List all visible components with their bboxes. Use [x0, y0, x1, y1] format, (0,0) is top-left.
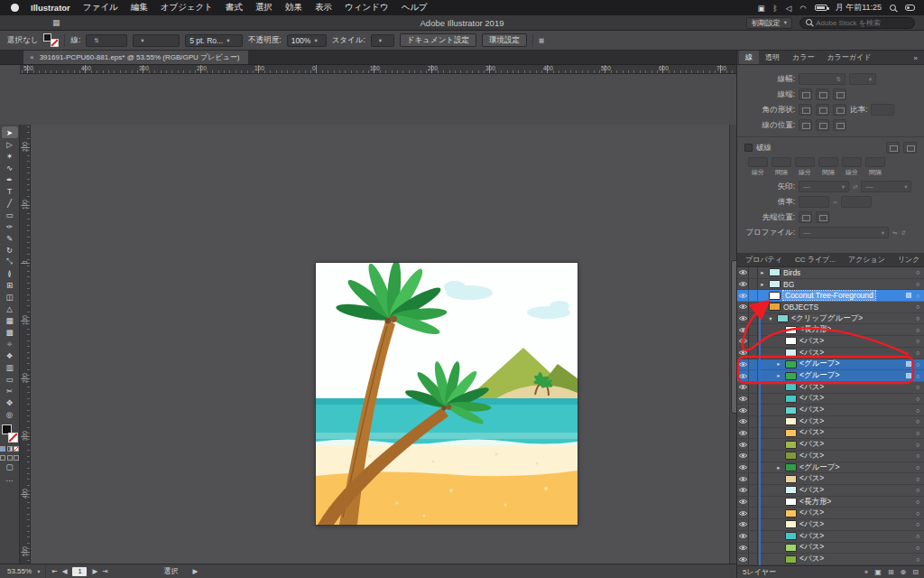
spotlight-icon[interactable] — [890, 5, 897, 12]
paintbrush-tool[interactable]: ✑ — [2, 220, 18, 232]
menu-item-4[interactable]: 書式 — [219, 2, 249, 14]
layer-row[interactable]: <パス>○ — [737, 485, 924, 497]
target-circle-icon[interactable]: ○ — [911, 418, 924, 424]
menu-item-0[interactable]: Illustrator — [24, 3, 77, 13]
wifi-icon[interactable]: ◠ — [799, 4, 806, 13]
target-circle-icon[interactable]: ○ — [911, 373, 924, 379]
layer-row[interactable]: Coconut Tree-Foreground○ — [737, 290, 924, 302]
stroke-weight-stepper[interactable]: ⇅ — [799, 73, 845, 85]
stroke-tab-0[interactable]: 線 — [739, 50, 759, 64]
vertical-ruler[interactable]: 2001000100200300400500 — [20, 125, 31, 564]
lock-toggle[interactable] — [749, 267, 758, 278]
link-scale-icon[interactable]: ∞ — [833, 199, 837, 205]
disclosure-down-icon[interactable]: ▾ — [767, 315, 774, 322]
disclosure-right-icon[interactable]: ▸ — [775, 464, 782, 471]
visibility-eye-icon[interactable] — [737, 473, 749, 484]
layer-row[interactable]: <パス>○ — [737, 451, 924, 462]
gradient-tool[interactable]: ▩ — [2, 326, 18, 338]
arrow-scale-start-input[interactable] — [799, 196, 829, 208]
stroke-tab-2[interactable]: カラー — [786, 50, 820, 64]
pen-tool[interactable]: ✒ — [2, 173, 18, 185]
screen-mode-button[interactable]: ▢ — [2, 461, 18, 472]
visibility-eye-icon[interactable] — [737, 394, 749, 405]
delete-selection-icon[interactable]: ⊟ — [912, 568, 919, 577]
stroke-swatch[interactable] — [51, 39, 59, 47]
type-tool[interactable]: T — [2, 185, 18, 197]
close-tab-icon[interactable]: × — [30, 53, 34, 61]
lock-toggle[interactable] — [749, 302, 758, 312]
visibility-eye-icon[interactable] — [737, 336, 749, 347]
control-center-icon[interactable] — [905, 5, 915, 11]
target-circle-icon[interactable]: ○ — [911, 556, 924, 563]
round-join-button[interactable] — [816, 104, 829, 116]
disclosure-right-icon[interactable]: ▸ — [775, 360, 782, 368]
lock-toggle[interactable] — [749, 279, 758, 290]
mesh-tool[interactable]: ▦ — [2, 314, 18, 326]
target-circle-icon[interactable]: ○ — [911, 281, 924, 287]
flip-across-icon[interactable]: ⇵ — [901, 229, 905, 237]
scale-tool[interactable]: ⤡ — [2, 256, 18, 267]
rotate-tool[interactable]: ↻ — [2, 244, 18, 256]
menu-item-3[interactable]: オブジェクト — [154, 2, 219, 14]
arrowhead-start-select[interactable]: —▾ — [799, 181, 849, 192]
dashed-line-checkbox[interactable] — [744, 144, 753, 152]
visibility-eye-icon[interactable] — [737, 324, 749, 335]
target-circle-icon[interactable]: ○ — [911, 293, 924, 299]
menu-item-9[interactable]: ヘルプ — [395, 2, 434, 14]
layer-row[interactable]: ▸<グループ>○ — [737, 462, 924, 474]
stroke-tab-1[interactable]: 透明 — [759, 50, 786, 64]
layer-row[interactable]: <パス>○ — [737, 531, 924, 543]
visibility-eye-icon[interactable] — [737, 462, 749, 473]
app-frame-icon[interactable]: ▦ — [52, 18, 60, 27]
none-mode-button[interactable] — [14, 446, 19, 452]
target-circle-icon[interactable]: ○ — [911, 442, 924, 448]
lock-toggle[interactable] — [749, 508, 758, 518]
target-circle-icon[interactable]: ○ — [911, 487, 924, 493]
target-circle-icon[interactable]: ○ — [911, 327, 924, 333]
eyedropper-tool[interactable]: ✧ — [2, 338, 18, 350]
visibility-eye-icon[interactable] — [737, 554, 749, 564]
target-circle-icon[interactable]: ○ — [911, 338, 924, 344]
visibility-eye-icon[interactable] — [737, 313, 749, 324]
volume-icon[interactable]: ◁ — [786, 4, 792, 13]
layer-row[interactable]: <パス>○ — [737, 473, 924, 485]
rectangle-tool[interactable]: ▭ — [2, 209, 18, 220]
flip-along-icon[interactable]: ⇋ — [892, 229, 897, 237]
width-profile-select[interactable]: —▾ — [799, 227, 889, 238]
layer-row[interactable]: <長方形>○ — [737, 324, 924, 336]
dash-input[interactable] — [772, 157, 791, 167]
layer-row[interactable]: ▾OBJECTS○ — [737, 302, 924, 313]
menu-item-8[interactable]: ウィンドウ — [338, 2, 395, 14]
dash-input[interactable] — [842, 157, 862, 167]
new-layer-icon[interactable]: ⊕ — [901, 568, 907, 577]
zoom-dropdown-icon[interactable]: ▾ — [37, 568, 40, 575]
gradient-mode-button[interactable] — [7, 446, 13, 452]
lock-toggle[interactable] — [749, 416, 758, 427]
horizontal-ruler[interactable]: 5004003002001000100200300400500600700 — [20, 65, 736, 74]
layer-row[interactable]: <パス>○ — [737, 382, 924, 394]
document-setup-button[interactable]: ドキュメント設定 — [400, 33, 476, 47]
layer-row[interactable]: <パス>○ — [737, 519, 924, 531]
layer-row[interactable]: <パス>○ — [737, 543, 924, 555]
visibility-eye-icon[interactable] — [737, 279, 749, 290]
layer-row[interactable]: <パス>○ — [737, 416, 924, 428]
locate-object-icon[interactable]: ⌖ — [864, 568, 869, 577]
tip-extend-button[interactable] — [799, 211, 812, 223]
bevel-join-button[interactable] — [833, 104, 846, 116]
document-tab[interactable]: × 391691-PCPU60-881.eps* @ 53.55% (RGB/G… — [23, 50, 248, 64]
hand-tool[interactable]: ✥ — [2, 396, 18, 408]
menu-item-7[interactable]: 表示 — [309, 2, 338, 14]
align-outside-button[interactable] — [833, 119, 846, 131]
align-inside-button[interactable] — [816, 119, 829, 131]
disclosure-right-icon[interactable]: ▸ — [759, 269, 766, 276]
brush-definition-select[interactable]: 5 pt. Ro...▾ — [185, 34, 243, 47]
dash-input[interactable] — [865, 157, 885, 167]
target-circle-icon[interactable]: ○ — [911, 361, 924, 368]
stroke-weight-select[interactable]: ▾ — [849, 73, 876, 85]
line-segment-tool[interactable]: ╱ — [2, 197, 18, 209]
lock-toggle[interactable] — [749, 531, 758, 542]
battery-icon[interactable] — [815, 5, 827, 11]
visibility-eye-icon[interactable] — [737, 382, 749, 393]
perspective-grid-tool[interactable]: △ — [2, 303, 18, 314]
lock-toggle[interactable] — [749, 382, 758, 393]
